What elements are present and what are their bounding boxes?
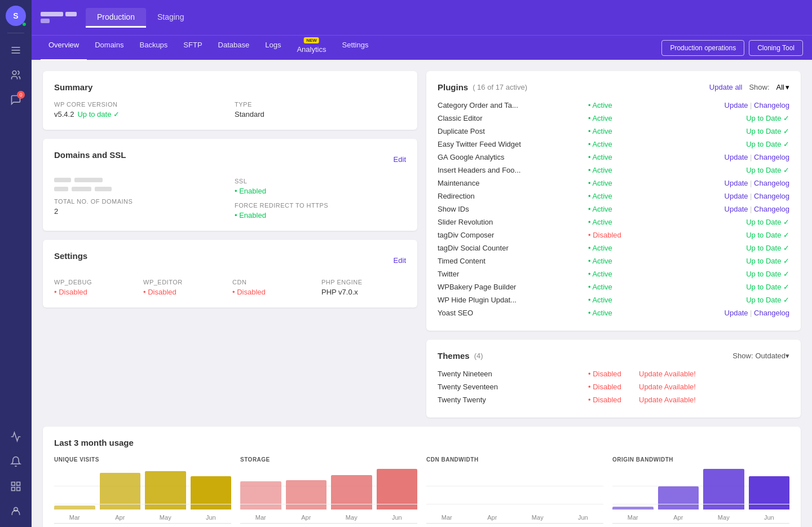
update-link[interactable]: Update	[725, 153, 748, 161]
usage-chart: UNIQUE VISITS Mar Apr May Jun	[54, 456, 231, 524]
usage-grid: UNIQUE VISITS Mar Apr May Jun ST	[54, 456, 789, 524]
bell-icon[interactable]	[6, 451, 26, 472]
wp-editor-status: • Disabled	[143, 288, 228, 296]
plugin-name: Category Order and Ta...	[438, 101, 588, 109]
production-operations-button[interactable]: Production operations	[661, 40, 744, 56]
plugin-status: • Active	[588, 218, 639, 226]
plugin-status: • Active	[588, 179, 639, 187]
themes-filter[interactable]: Outdated ▾	[756, 352, 790, 360]
bar	[240, 481, 281, 510]
plugin-status: • Disabled	[588, 231, 639, 239]
theme-row: Twenty Nineteen • Disabled Update Availa…	[438, 367, 789, 380]
changelog-link[interactable]: Changelog	[754, 309, 789, 317]
grid-icon[interactable]	[6, 476, 26, 497]
ssl-label: SSL	[235, 178, 406, 185]
sidebar: S 0	[0, 0, 32, 527]
sidebar-divider	[7, 33, 24, 33]
nav-backups[interactable]: Backups	[131, 35, 175, 61]
plugin-status: • Active	[588, 127, 639, 135]
update-link[interactable]: Update	[725, 192, 748, 200]
themes-card: Themes (4) Show: Outdated ▾ Twenty Ninet…	[426, 340, 801, 418]
brand	[41, 12, 77, 23]
menu-icon[interactable]	[6, 40, 26, 60]
force-redirect-label: FORCE REDIRECT TO HTTPS	[235, 202, 406, 209]
tab-production[interactable]: Production	[86, 8, 146, 28]
bar-group: Jun	[563, 510, 604, 521]
theme-list: Twenty Nineteen • Disabled Update Availa…	[438, 367, 789, 406]
wp-debug-label: WP_DEBUG	[54, 279, 139, 286]
up-to-date-status: Up to Date ✓	[746, 218, 789, 226]
update-link[interactable]: Update	[725, 101, 748, 109]
plugin-row: Twitter • Active Up to Date ✓	[438, 267, 789, 280]
nav-settings[interactable]: Settings	[334, 35, 376, 61]
changelog-link[interactable]: Changelog	[754, 205, 789, 213]
domains-ssl-edit[interactable]: Edit	[394, 155, 406, 164]
plugin-actions: Up to Date ✓	[639, 218, 789, 226]
left-panel: Summary WP CORE VERSION v5.4.2 Up to dat…	[43, 71, 417, 418]
bar-label: Apr	[673, 514, 683, 521]
domains-ssl-title: Domains and SSL	[54, 150, 126, 160]
plugin-actions: Up to Date ✓	[639, 296, 789, 304]
type-label: TYPE	[235, 101, 406, 108]
changelog-link[interactable]: Changelog	[754, 101, 789, 109]
plugin-status: • Active	[588, 205, 639, 213]
nav-database[interactable]: Database	[210, 35, 258, 61]
domains-ssl-header: Domains and SSL Edit	[54, 150, 406, 169]
plugin-status: • Active	[588, 283, 639, 291]
activity-icon[interactable]	[6, 427, 26, 447]
nav-domains[interactable]: Domains	[87, 35, 131, 61]
bar-label: Apr	[115, 514, 125, 521]
user-icon[interactable]	[6, 501, 26, 521]
bar-group: Apr	[100, 473, 141, 521]
up-to-date-status: Up to Date ✓	[746, 270, 789, 278]
bar-group: May	[331, 475, 372, 521]
plugin-status: • Active	[588, 309, 639, 317]
summary-title: Summary	[54, 82, 406, 92]
plugin-name: Show IDs	[438, 205, 588, 213]
wp-editor-label: WP_EDITOR	[143, 279, 228, 286]
update-link[interactable]: Update	[725, 179, 748, 187]
people-icon[interactable]	[6, 65, 26, 85]
bar-group: May	[145, 471, 186, 521]
brand-line2	[65, 12, 77, 16]
changelog-link[interactable]: Changelog	[754, 192, 789, 200]
changelog-link[interactable]: Changelog	[754, 179, 789, 187]
settings-edit[interactable]: Edit	[394, 256, 406, 265]
svg-rect-6	[12, 488, 15, 491]
changelog-link[interactable]: Changelog	[754, 153, 789, 161]
cloning-tool-button[interactable]: Cloning Tool	[749, 40, 803, 56]
bar-label: Jun	[206, 514, 216, 521]
nav-sftp[interactable]: SFTP	[175, 35, 210, 61]
theme-action: Update Available!	[639, 370, 789, 378]
tab-staging[interactable]: Staging	[146, 8, 195, 28]
bar-group: Mar	[612, 507, 654, 521]
bar-label: Apr	[301, 514, 311, 521]
settings-header: Settings Edit	[54, 251, 406, 270]
plugin-name: Twitter	[438, 270, 588, 278]
update-link[interactable]: Update	[725, 205, 748, 213]
plugin-status: • Active	[588, 114, 639, 122]
plugin-name: Timed Content	[438, 257, 588, 265]
bar-label: Mar	[442, 514, 452, 521]
plugin-row: Yoast SEO • Active Update | Changelog	[438, 306, 789, 319]
bar	[377, 469, 418, 510]
bar-group: Apr	[658, 486, 699, 521]
update-link[interactable]: Update	[725, 309, 748, 317]
plugin-row: WPBakery Page Builder • Active Up to Dat…	[438, 280, 789, 293]
nav-logs[interactable]: Logs	[257, 35, 289, 61]
avatar[interactable]: S	[6, 6, 26, 26]
plugin-name: Easy Twitter Feed Widget	[438, 140, 588, 148]
bar-chart: Mar Apr May Jun	[240, 467, 417, 524]
show-filter[interactable]: All ▾	[776, 83, 789, 91]
nav-analytics[interactable]: NEW Analytics	[289, 35, 334, 61]
usage-chart: STORAGE Mar Apr May Jun	[240, 456, 417, 524]
update-all-link[interactable]: Update all	[709, 83, 743, 91]
chat-icon[interactable]: 0	[6, 90, 26, 110]
bar	[100, 473, 141, 510]
plugin-actions: Up to Date ✓	[639, 244, 789, 252]
themes-title: Themes	[438, 351, 470, 361]
nav-overview[interactable]: Overview	[41, 35, 87, 61]
theme-status: • Disabled	[588, 383, 639, 391]
right-panel: Plugins ( 16 of 17 active) Update all Sh…	[426, 71, 801, 418]
wp-editor-item: WP_EDITOR • Disabled	[143, 279, 228, 296]
